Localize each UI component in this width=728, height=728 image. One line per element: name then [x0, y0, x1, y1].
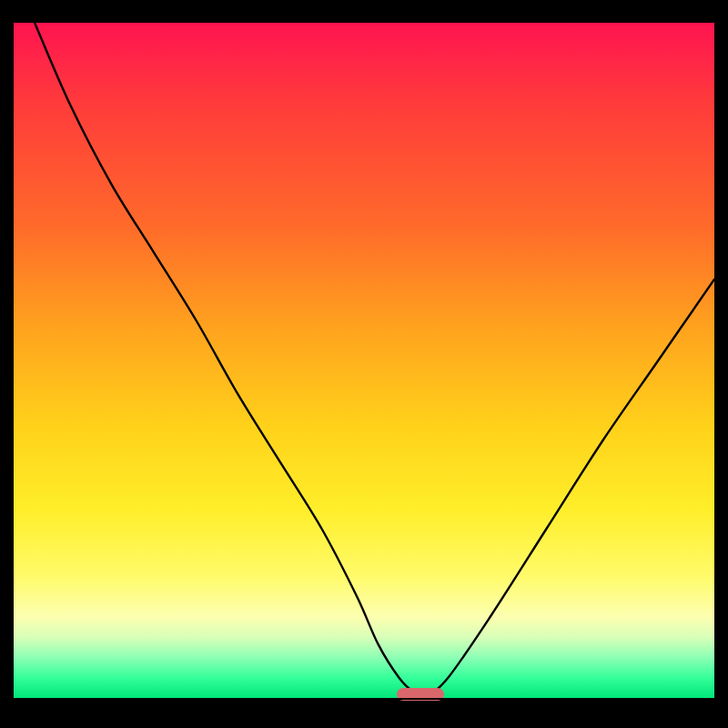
- chart-frame: TheBottleneck.com: [14, 23, 714, 723]
- x-axis-baseline: [14, 698, 714, 700]
- bottleneck-curve: [35, 23, 714, 695]
- plot-area: [14, 23, 714, 698]
- curve-svg: [14, 23, 714, 698]
